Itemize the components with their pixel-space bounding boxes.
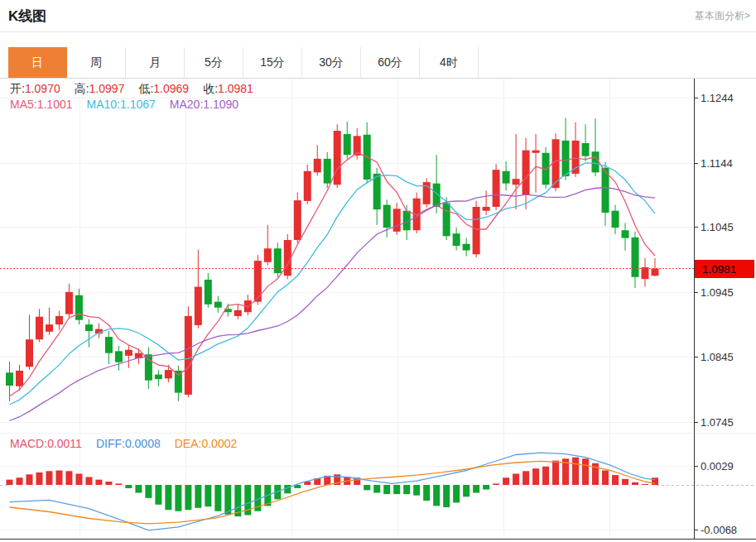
- candle: [185, 316, 192, 395]
- macd-bar: [165, 485, 171, 510]
- candle: [631, 237, 638, 277]
- macd-bar: [26, 474, 32, 485]
- macd-bar: [7, 480, 13, 485]
- ma-info-row: MA5:1.1001MA10:1.1067MA20:1.1090: [10, 98, 253, 111]
- candle: [513, 179, 520, 185]
- macd-item: DEA:0.0002: [175, 437, 238, 450]
- candle: [105, 337, 113, 353]
- candle: [55, 316, 63, 324]
- page-title: K线图: [8, 7, 46, 26]
- macd-bar: [522, 471, 529, 485]
- macd-bar: [175, 485, 181, 511]
- candle: [65, 292, 73, 314]
- macd-bar: [463, 485, 469, 496]
- candle: [284, 240, 291, 276]
- macd-bar: [513, 474, 519, 485]
- ma20-line: [10, 188, 656, 421]
- tab-30分[interactable]: 30分: [302, 47, 361, 78]
- candle: [522, 151, 530, 194]
- macd-bar: [214, 485, 221, 511]
- candle: [592, 151, 600, 172]
- ohlc-info-row: 开:1.0970高:1.0997低:1.0969收:1.0981: [10, 82, 267, 97]
- candle: [145, 354, 152, 380]
- tab-周[interactable]: 周: [67, 47, 126, 78]
- macd-bar: [55, 471, 62, 485]
- axis-tick-label: 1.1144: [701, 157, 733, 170]
- axis-tick-label: 0.0029: [701, 460, 734, 472]
- macd-bar: [612, 475, 619, 485]
- candle: [383, 205, 391, 228]
- macd-bar: [135, 485, 142, 493]
- candle: [234, 310, 242, 316]
- macd-bar: [195, 485, 201, 508]
- macd-bar: [224, 485, 231, 515]
- macd-bar: [115, 483, 122, 485]
- candle: [493, 170, 500, 207]
- macd-bar: [393, 485, 400, 494]
- candle: [46, 324, 53, 332]
- candle: [334, 131, 341, 185]
- axis-tick-label: -0.0068: [701, 524, 737, 536]
- ma5-line: [10, 153, 656, 396]
- tab-15分[interactable]: 15分: [243, 47, 302, 78]
- candle: [453, 233, 460, 246]
- tab-日[interactable]: 日: [8, 47, 67, 78]
- ohlc-item: 开:1.0970: [10, 82, 60, 97]
- tab-60分[interactable]: 60分: [361, 47, 420, 78]
- candle: [622, 230, 629, 237]
- gridlines: [0, 79, 756, 538]
- ma-item: MA5:1.1001: [10, 98, 73, 111]
- macd-bar: [473, 485, 479, 493]
- candle: [483, 207, 490, 211]
- candle: [85, 324, 93, 331]
- candle: [274, 248, 282, 273]
- macd-bar: [364, 485, 370, 490]
- candle: [651, 269, 658, 276]
- candle: [562, 141, 570, 176]
- candle: [115, 351, 123, 362]
- macd-bar: [632, 482, 638, 485]
- macd-bar: [155, 485, 161, 505]
- tab-4时[interactable]: 4时: [420, 47, 479, 78]
- fundamental-analysis-link[interactable]: 基本面分析>: [695, 9, 750, 23]
- candle: [205, 280, 212, 305]
- macd-bar: [383, 485, 390, 494]
- candle: [304, 171, 311, 201]
- candle: [612, 211, 619, 228]
- candle: [463, 244, 470, 251]
- macd-bar: [373, 485, 380, 493]
- axis-tick-label: 1.1244: [701, 92, 734, 104]
- macd-bar: [572, 458, 579, 485]
- candle: [443, 203, 450, 236]
- candle: [393, 209, 401, 231]
- macd-bar: [433, 485, 440, 506]
- macd-bar: [483, 485, 489, 490]
- candle: [125, 350, 132, 356]
- candle: [373, 174, 381, 209]
- candle: [36, 317, 43, 339]
- axis-tick-label: 1.1045: [701, 221, 734, 233]
- ohlc-item: 高:1.0997: [75, 82, 125, 97]
- kline-widget: 1.09811.12441.11441.10451.09451.08451.07…: [0, 0, 756, 542]
- axis-tick-label: 1.0945: [701, 286, 734, 299]
- tab-5分[interactable]: 5分: [185, 47, 243, 78]
- candle: [6, 372, 13, 386]
- header: K线图 基本面分析>: [0, 0, 756, 32]
- macd-bar: [85, 477, 92, 485]
- candle: [75, 295, 83, 320]
- macd-info-row: MACD:0.0011DIFF:0.0008DEA:0.0002: [10, 437, 251, 450]
- candle: [16, 371, 23, 386]
- macd-bar: [413, 485, 420, 496]
- candle: [155, 375, 162, 379]
- candle: [532, 151, 540, 153]
- macd-bar: [36, 472, 42, 485]
- candle: [572, 141, 580, 174]
- ma-item: MA20:1.1090: [170, 98, 238, 111]
- tab-月[interactable]: 月: [126, 47, 185, 78]
- ohlc-item: 低:1.0969: [138, 82, 189, 97]
- macd-bar: [205, 485, 211, 506]
- macd-bar: [75, 474, 82, 485]
- candle: [473, 207, 480, 254]
- macd-bar: [542, 467, 549, 485]
- ma-item: MA10:1.1067: [87, 98, 156, 111]
